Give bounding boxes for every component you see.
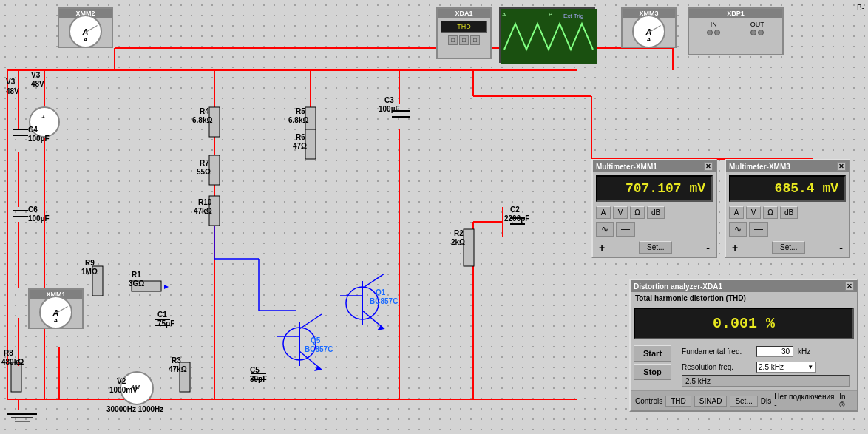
r1-label: R1 xyxy=(132,271,141,279)
resolution-freq-label: Resolution freq. xyxy=(682,363,752,371)
r7-value: 55Ω xyxy=(197,168,211,176)
xda1-circuit-instrument: XDA1 THD □ □ □ xyxy=(436,7,492,59)
resolution-freq-row: Resolution freq. 2.5 kHz ▼ xyxy=(677,359,854,375)
r7-label: R7 xyxy=(200,159,209,167)
xmm1-ammeter: A xyxy=(39,296,72,329)
mm1-wave-dc[interactable]: — xyxy=(616,222,635,237)
v3-title: V3 xyxy=(31,71,40,79)
multimeter-xmm1-display: 707.107 mV xyxy=(596,175,713,202)
mm3-btn-dB[interactable]: dB xyxy=(780,206,798,219)
mm1-btn-A[interactable]: A xyxy=(596,206,611,219)
mm3-btn-omega[interactable]: Ω xyxy=(763,206,778,219)
v2-freq: 30000Hz 1000Hz xyxy=(106,405,163,413)
r10-value: 47kΩ xyxy=(194,207,212,215)
mm1-set-button[interactable]: Set... xyxy=(639,241,672,254)
xda1-circuit-title: XDA1 xyxy=(438,9,490,18)
c5-label: C5 xyxy=(250,366,260,374)
thd-btn-3[interactable]: □ xyxy=(470,35,480,45)
svg-rect-9 xyxy=(464,229,474,266)
resolution-freq-dropdown[interactable]: 2.5 kHz ▼ xyxy=(756,362,816,373)
mm3-set-button[interactable]: Set... xyxy=(772,241,805,254)
mm1-plus: + xyxy=(599,242,605,254)
c2-value: 2200pF xyxy=(504,214,529,223)
mm1-wave-ac[interactable]: ∿ xyxy=(596,222,614,237)
thd-circuit-display: THD xyxy=(441,21,487,33)
mm3-btn-V[interactable]: V xyxy=(746,206,761,219)
c3-label: C3 xyxy=(384,96,394,104)
c3-value: 100µF xyxy=(379,105,400,113)
multimeter-xmm3-titlebar: Multimeter-XMM3 ✕ xyxy=(726,160,849,172)
set-ctrl-button[interactable]: Set... xyxy=(730,396,757,407)
mm3-wave-ac[interactable]: ∿ xyxy=(729,222,747,237)
multimeter-xmm3-footer: + Set... - xyxy=(726,238,849,257)
thd-btn-1[interactable]: □ xyxy=(448,35,458,45)
v3-val: 48V xyxy=(31,80,44,88)
thd-btn-2[interactable]: □ xyxy=(459,35,469,45)
xmm3-ammeter: A xyxy=(632,15,665,48)
c6-value: 100µF xyxy=(28,214,50,223)
oscilloscope-circuit: A B Ext Trig xyxy=(499,7,595,63)
multimeter-xmm3-mode-buttons: A V Ω dB xyxy=(726,205,849,220)
multimeter-xmm1-wave-buttons: ∿ — xyxy=(593,220,716,238)
c5-value: 39pF xyxy=(250,375,267,383)
r9-label: R9 xyxy=(85,259,95,267)
r2-value: 2kΩ xyxy=(451,238,465,246)
mm3-btn-A[interactable]: A xyxy=(729,206,744,219)
stop-button[interactable]: Stop xyxy=(634,364,671,380)
fundamental-freq-input[interactable] xyxy=(756,346,793,357)
fundamental-freq-unit: kHz xyxy=(798,347,816,356)
sinad-ctrl-button[interactable]: SINAD xyxy=(694,396,728,407)
svg-text:Ext Trig: Ext Trig xyxy=(563,13,583,19)
svg-marker-34 xyxy=(377,325,384,330)
distortion-analyzer-title: Distortion analyzer-XDA1 xyxy=(634,282,722,291)
fundamental-freq-row: Fundamental freq. kHz xyxy=(677,344,854,359)
distortion-analyzer-display: 0.001 % xyxy=(634,308,854,339)
mm3-plus: + xyxy=(732,242,738,254)
start-button[interactable]: Start xyxy=(634,345,671,362)
distortion-analyzer-close[interactable]: ✕ xyxy=(845,282,854,291)
svg-text:A: A xyxy=(502,11,506,18)
q5-label: Q5 xyxy=(311,336,320,345)
multimeter-xmm1-titlebar: Multimeter-XMM1 ✕ xyxy=(593,160,716,172)
r9-value: 1MΩ xyxy=(81,268,98,276)
r6-label: R6 xyxy=(296,133,305,141)
mm3-minus: - xyxy=(839,242,843,254)
mm1-btn-omega[interactable]: Ω xyxy=(630,206,645,219)
mm3-wave-dc[interactable]: — xyxy=(749,222,768,237)
multimeter-xmm3-close[interactable]: ✕ xyxy=(837,162,846,171)
r10-label: R10 xyxy=(198,198,211,206)
svg-text:+: + xyxy=(41,114,45,121)
mm1-btn-dB[interactable]: dB xyxy=(647,206,665,219)
c1-label: C1 xyxy=(157,311,167,319)
xmm3-circuit-instrument: XMM3 A xyxy=(621,7,677,48)
q1-value: BC857C xyxy=(370,297,398,305)
multimeter-xmm3-panel: Multimeter-XMM3 ✕ 685.4 mV A V Ω dB ∿ — … xyxy=(725,159,850,258)
no-connection-label: Нет подключения - xyxy=(774,393,836,409)
c2-label: C2 xyxy=(510,206,520,214)
multimeter-xmm3-wave-buttons: ∿ — xyxy=(726,220,849,238)
distortion-analyzer-panel: Distortion analyzer-XDA1 ✕ Total harmoni… xyxy=(629,279,858,412)
multimeter-xmm3-title: Multimeter-XMM3 xyxy=(729,163,790,171)
controls-row: Controls THD SINAD Set... Dis Нет подклю… xyxy=(631,390,857,410)
r5-label: R5 xyxy=(296,107,305,115)
r8-value: 480kΩ xyxy=(1,358,24,366)
thd-ctrl-button[interactable]: THD xyxy=(665,396,691,407)
b-label: B- xyxy=(857,4,864,12)
c4-value: 100µF xyxy=(28,135,50,143)
r3-value: 47kΩ xyxy=(169,365,187,373)
multimeter-xmm1-close[interactable]: ✕ xyxy=(704,162,713,171)
xmm2-ammeter: A xyxy=(69,15,102,48)
mm1-btn-V[interactable]: V xyxy=(613,206,628,219)
svg-marker-42 xyxy=(164,285,169,289)
r1-value: 3GΩ xyxy=(129,279,144,288)
v3-label: V3 xyxy=(6,78,15,86)
mm1-minus: - xyxy=(706,242,710,254)
multimeter-xmm1-panel: Multimeter-XMM1 ✕ 707.107 mV A V Ω dB ∿ … xyxy=(591,159,717,258)
q1-label: Q1 xyxy=(376,288,385,296)
controls-label: Controls xyxy=(635,397,662,405)
svg-text:B: B xyxy=(549,11,552,18)
xmm1-circuit-instrument: XMM1 A xyxy=(28,288,84,329)
v2-value: 1000mV xyxy=(109,386,138,394)
multimeter-xmm1-mode-buttons: A V Ω dB xyxy=(593,205,716,220)
xbp1-circuit-instrument: XBP1 IN OUT xyxy=(688,7,784,55)
